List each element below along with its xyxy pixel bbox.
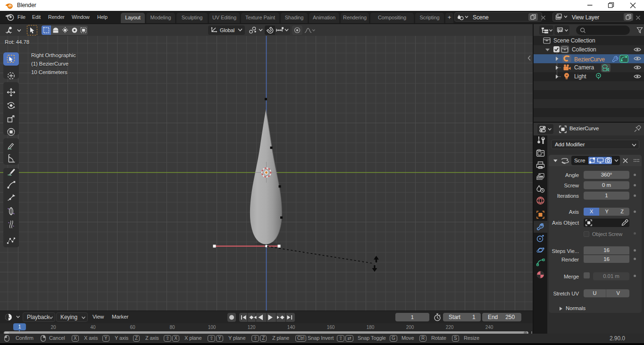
svg-text:BezierCurve: BezierCurve [574,56,605,63]
